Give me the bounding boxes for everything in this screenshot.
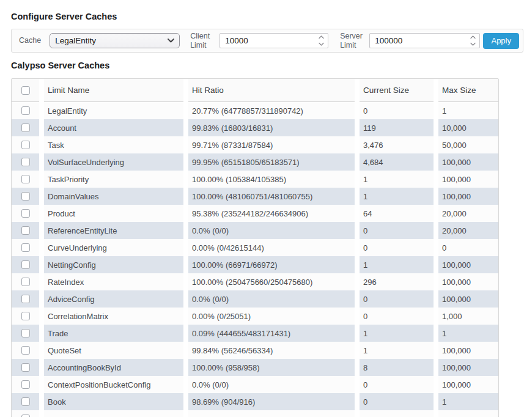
row-checkbox[interactable] bbox=[21, 260, 30, 269]
row-checkbox-cell bbox=[12, 290, 39, 308]
row-checkbox-cell bbox=[12, 119, 39, 136]
hit-ratio-cell bbox=[188, 410, 355, 417]
limit-name-cell: CorrelationMatrix bbox=[44, 308, 183, 325]
limit-name-cell: QuoteSet bbox=[44, 342, 183, 359]
row-checkbox-cell bbox=[12, 256, 39, 273]
row-checkbox[interactable] bbox=[21, 226, 30, 235]
max-size-cell: 100,000 bbox=[438, 171, 498, 188]
row-checkbox[interactable] bbox=[21, 243, 30, 252]
table-row-partial bbox=[12, 410, 498, 417]
limit-name-cell: Book bbox=[44, 393, 183, 410]
limit-name-cell: AdviceConfig bbox=[44, 290, 183, 308]
limit-name-cell: LegalEntity bbox=[44, 102, 183, 119]
table-row: TaskPriority 100.00% (105384/105385) 1 1… bbox=[12, 171, 498, 188]
row-checkbox[interactable] bbox=[21, 363, 30, 372]
limit-name-cell: Task bbox=[44, 136, 183, 153]
limit-name-cell: CurveUnderlying bbox=[44, 239, 183, 256]
row-checkbox-cell bbox=[12, 171, 39, 188]
hit-ratio-cell: 100.00% (66971/66972) bbox=[188, 256, 355, 273]
row-checkbox-cell bbox=[12, 153, 39, 171]
current-size-cell: 1 bbox=[360, 171, 434, 188]
config-bar: Cache LegalEntity Client Limit Server Li… bbox=[11, 29, 523, 53]
current-size-cell: 4,684 bbox=[360, 153, 434, 171]
server-limit-spinner[interactable] bbox=[470, 35, 476, 46]
hit-ratio-cell: 100.00% (250475660/250475680) bbox=[188, 273, 355, 290]
limit-name-cell: ContextPositionBucketConfig bbox=[44, 376, 183, 393]
max-size-cell: 1 bbox=[438, 393, 498, 410]
row-checkbox[interactable] bbox=[21, 209, 30, 218]
hit-ratio-cell: 99.95% (65151805/65183571) bbox=[188, 153, 355, 171]
row-checkbox[interactable] bbox=[21, 192, 30, 201]
max-size-cell: 100,000 bbox=[438, 342, 498, 359]
row-checkbox-cell bbox=[12, 410, 39, 417]
max-size-cell: 100,000 bbox=[438, 273, 498, 290]
row-checkbox[interactable] bbox=[21, 380, 30, 389]
table-row: Task 99.71% (87331/87584) 3,476 50,000 bbox=[12, 136, 498, 153]
row-checkbox[interactable] bbox=[21, 175, 30, 183]
row-checkbox[interactable] bbox=[21, 312, 30, 320]
row-checkbox[interactable] bbox=[21, 123, 30, 132]
max-size-cell: 100,000 bbox=[438, 290, 498, 308]
client-limit-spinner[interactable] bbox=[318, 35, 324, 46]
row-checkbox-cell bbox=[12, 273, 39, 290]
table-row: Account 99.83% (16803/16831) 119 10,000 bbox=[12, 119, 498, 136]
row-checkbox-cell bbox=[12, 136, 39, 153]
cache-select-wrap: LegalEntity bbox=[50, 33, 180, 48]
row-checkbox[interactable] bbox=[21, 158, 30, 166]
table-row: AdviceConfig 0.0% (0/0) 0 100,000 bbox=[12, 290, 498, 308]
current-size-cell: 0 bbox=[360, 222, 434, 239]
hit-ratio-cell: 95.38% (235244182/246634906) bbox=[188, 205, 355, 222]
hit-ratio-cell: 99.83% (16803/16831) bbox=[188, 119, 355, 136]
table-row: CurveUnderlying 0.00% (0/42615144) 0 0 bbox=[12, 239, 498, 256]
hit-ratio-cell: 98.69% (904/916) bbox=[188, 393, 355, 410]
max-size-cell: 100,000 bbox=[438, 153, 498, 171]
server-limit-wrap bbox=[369, 33, 480, 48]
server-limit-label: Server Limit bbox=[340, 32, 366, 50]
row-checkbox-cell bbox=[12, 359, 39, 376]
chevron-down-icon bbox=[319, 42, 324, 46]
max-size-cell: 1 bbox=[438, 102, 498, 119]
select-all-checkbox[interactable] bbox=[21, 86, 30, 95]
row-checkbox-cell bbox=[12, 188, 39, 205]
apply-button[interactable]: Apply bbox=[483, 33, 519, 49]
row-checkbox[interactable] bbox=[21, 414, 30, 417]
hit-ratio-cell: 99.84% (56246/56334) bbox=[188, 342, 355, 359]
current-size-cell: 3,476 bbox=[360, 136, 434, 153]
row-checkbox-cell bbox=[12, 239, 39, 256]
current-size-cell bbox=[360, 410, 434, 417]
max-size-cell: 50,000 bbox=[438, 136, 498, 153]
current-size-cell: 296 bbox=[360, 273, 434, 290]
current-size-cell: 64 bbox=[360, 205, 434, 222]
max-size-cell: 100,000 bbox=[438, 256, 498, 273]
current-size-cell: 119 bbox=[360, 119, 434, 136]
row-checkbox[interactable] bbox=[21, 278, 30, 286]
limit-name-cell: ReferenceEntityLite bbox=[44, 222, 183, 239]
chevron-up-icon bbox=[470, 35, 476, 39]
row-checkbox[interactable] bbox=[21, 397, 30, 406]
select-all-cell bbox=[12, 79, 39, 102]
row-checkbox[interactable] bbox=[21, 329, 30, 337]
max-size-cell: 20,000 bbox=[438, 222, 498, 239]
server-limit-input[interactable] bbox=[369, 33, 480, 48]
client-limit-input[interactable] bbox=[220, 33, 328, 48]
row-checkbox[interactable] bbox=[21, 106, 30, 115]
client-limit-label: Client Limit bbox=[190, 32, 216, 50]
table-row: VolSurfaceUnderlying 99.95% (65151805/65… bbox=[12, 153, 498, 171]
cache-label: Cache bbox=[19, 36, 41, 45]
cache-table: Limit Name Hit Ratio Current Size Max Si… bbox=[11, 78, 499, 417]
limit-name-cell: Trade bbox=[44, 325, 183, 342]
hit-ratio-cell: 0.09% (444655/483171431) bbox=[188, 325, 355, 342]
current-size-cell: 0 bbox=[360, 102, 434, 119]
row-checkbox[interactable] bbox=[21, 295, 30, 303]
row-checkbox[interactable] bbox=[21, 346, 30, 355]
table-row: DomainValues 100.00% (481060751/48106075… bbox=[12, 188, 498, 205]
row-checkbox-cell bbox=[12, 102, 39, 119]
limit-name-cell: AccountingBookById bbox=[44, 359, 183, 376]
chevron-down-icon bbox=[470, 42, 476, 46]
cache-select[interactable]: LegalEntity bbox=[50, 33, 180, 48]
column-header-current-size: Current Size bbox=[360, 79, 434, 102]
current-size-cell: 1 bbox=[360, 256, 434, 273]
table-row: QuoteSet 99.84% (56246/56334) 1 100,000 bbox=[12, 342, 498, 359]
row-checkbox[interactable] bbox=[21, 141, 30, 149]
hit-ratio-cell: 100.00% (105384/105385) bbox=[188, 171, 355, 188]
